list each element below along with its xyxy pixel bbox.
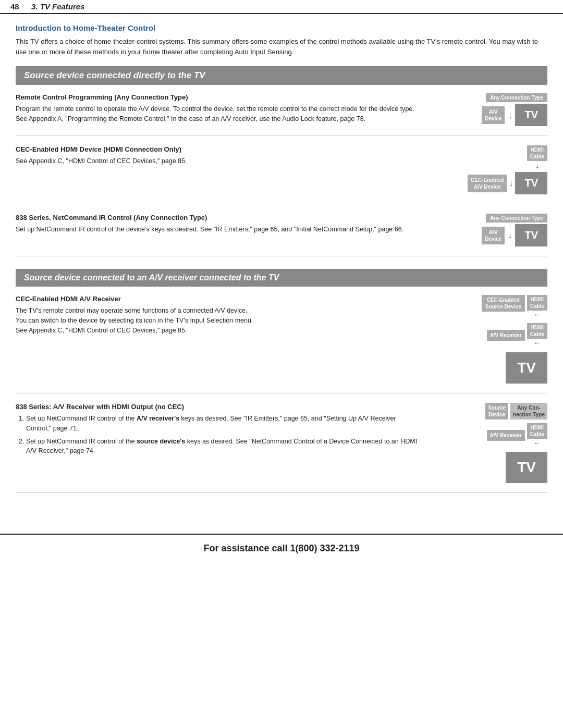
subsection-838-receiver: 838 Series: A/V Receiver with HDMI Outpu… — [16, 403, 547, 493]
subsection-cec-receiver-body1: The TV's remote control may operate some… — [16, 306, 422, 335]
subsection-cec-receiver-title: CEC-Enabled HDMI A/V Receiver — [16, 295, 422, 303]
av-receiver-label-838: A/V Receiver — [487, 430, 525, 441]
diag-838: SourceDevice Any Con-nection Type A/V Re… — [433, 403, 547, 483]
main-content: Introduction to Home-Theater Control Thi… — [0, 23, 563, 518]
any-con-label: Any Con-nection Type — [510, 403, 547, 419]
hdmi-cable-label: HDMICable — [527, 145, 547, 161]
diag3-av-label: A/VDevice — [482, 227, 505, 244]
diag1-arrow: ↓ — [508, 110, 512, 120]
diagram-838-receiver: SourceDevice Any Con-nection Type A/V Re… — [433, 403, 547, 483]
diagram-any-connection-1: Any Connection Type A/VDevice ↓ TV — [433, 93, 547, 126]
section1-banner: Source device connected directly to the … — [16, 66, 547, 85]
subsection-838-title: 838 Series. NetCommand IR Control (Any C… — [16, 214, 422, 221]
diag2-arrow: ↓ — [509, 179, 513, 188]
diag3-arrow: ↓ — [508, 231, 512, 240]
step-2: Set up NetCommand IR control of the sour… — [26, 437, 422, 456]
diag1-tv: TV — [515, 104, 547, 126]
subsection-remote-title: Remote Control Programming (Any Connecti… — [16, 93, 422, 101]
subsection-838-text: 838 Series. NetCommand IR Control (Any C… — [16, 214, 433, 235]
subsection-cec-receiver: CEC-Enabled HDMI A/V Receiver The TV's r… — [16, 295, 547, 393]
diag2: HDMICable ↓ CEC-EnabledA/V Device ↓ TV — [433, 145, 547, 194]
hdmi-cable-838-label: HDMICable — [527, 423, 547, 439]
step-1: Set up NetCommand IR control of the A/V … — [26, 414, 422, 434]
subsection-cec-text: CEC-Enabled HDMI Device (HDMI Connection… — [16, 145, 433, 166]
footer-text: For assistance call 1(800) 332-2119 — [203, 543, 359, 553]
diag1-row: A/VDevice ↓ TV — [482, 104, 547, 126]
diag3-tv: TV — [515, 224, 547, 246]
diagram-cec-receiver: CEC-EnabledSource Device HDMICable ← A/V… — [433, 295, 547, 384]
section2-banner: Source device connected to an A/V receiv… — [16, 269, 547, 287]
source-device-label: SourceDevice — [485, 403, 508, 419]
chapter-title: 3. TV Features — [31, 2, 85, 11]
cec-av-label: CEC-EnabledA/V Device — [468, 175, 507, 192]
page-footer: For assistance call 1(800) 332-2119 — [0, 534, 563, 562]
diag3-row: A/VDevice ↓ TV — [482, 224, 547, 246]
subsection-838-receiver-title: 838 Series: A/V Receiver with HDMI Outpu… — [16, 403, 422, 411]
subsection-cec-receiver-text: CEC-Enabled HDMI A/V Receiver The TV's r… — [16, 295, 433, 335]
av-receiver-label-top: A/V Receiver — [487, 330, 525, 341]
intro-heading: Introduction to Home-Theater Control — [16, 23, 547, 32]
introduction-section: Introduction to Home-Theater Control Thi… — [16, 23, 547, 57]
cec-source-label: CEC-EnabledSource Device — [482, 295, 525, 312]
page-header: 48 3. TV Features — [0, 0, 563, 14]
diag2-tv: TV — [515, 172, 547, 194]
diag-838-tv: TV — [506, 452, 547, 483]
subsection-cec-title: CEC-Enabled HDMI Device (HDMI Connection… — [16, 145, 422, 153]
page-number: 48 — [10, 2, 31, 11]
subsection-remote-text: Remote Control Programming (Any Connecti… — [16, 93, 433, 124]
subsection-838-body: Set up NetCommand IR control of the devi… — [16, 225, 422, 235]
subsection-838-receiver-text: 838 Series: A/V Receiver with HDMI Outpu… — [16, 403, 433, 459]
subsection-cec-body: See Appendix C, "HDMI Control of CEC Dev… — [16, 156, 422, 166]
diag3-top-label: Any Connection Type — [486, 214, 547, 223]
subsection-remote-control: Remote Control Programming (Any Connecti… — [16, 93, 547, 136]
diag1-av-label: A/VDevice — [482, 106, 505, 124]
steps-list: Set up NetCommand IR control of the A/V … — [16, 414, 422, 456]
diag1-top-label: Any Connection Type — [486, 93, 547, 102]
diag-receiver-tv: TV — [506, 352, 547, 384]
diagram-cec-hdmi: HDMICable ↓ CEC-EnabledA/V Device ↓ TV — [433, 145, 547, 194]
hdmi-cable-bottom-label: HDMICable — [527, 323, 547, 339]
subsection-838-netcommand: 838 Series. NetCommand IR Control (Any C… — [16, 214, 547, 256]
diag-receiver: CEC-EnabledSource Device HDMICable ← A/V… — [433, 295, 547, 384]
source-any-row: SourceDevice Any Con-nection Type — [485, 403, 547, 419]
diagram-any-connection-2: Any Connection Type A/VDevice ↓ TV — [433, 214, 547, 246]
diag3: Any Connection Type A/VDevice ↓ TV — [433, 214, 547, 246]
subsection-remote-body: Program the remote control to operate th… — [16, 104, 422, 124]
diag1: Any Connection Type A/VDevice ↓ TV — [433, 93, 547, 126]
intro-body: This TV offers a choice of home-theater-… — [16, 36, 547, 57]
hdmi-cable-top-label: HDMICable — [527, 295, 547, 311]
subsection-cec-hdmi: CEC-Enabled HDMI Device (HDMI Connection… — [16, 145, 547, 204]
diag2-row: CEC-EnabledA/V Device ↓ TV — [468, 172, 547, 194]
